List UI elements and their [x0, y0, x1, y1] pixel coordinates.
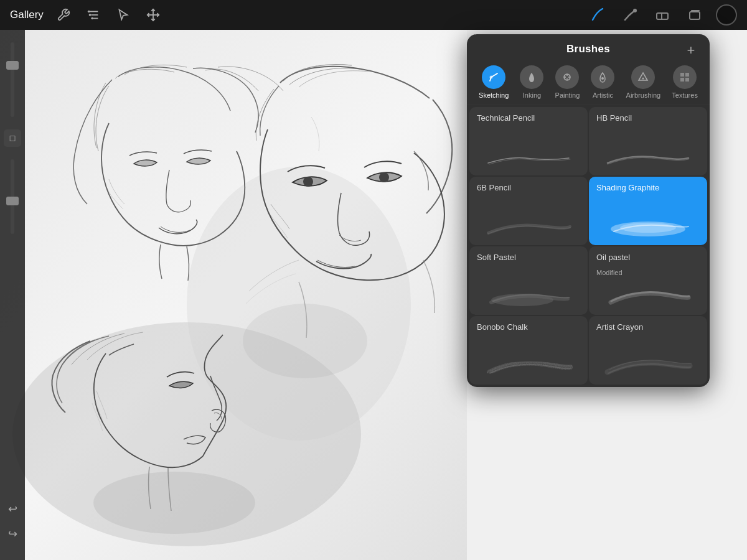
smudge-icon[interactable]	[619, 4, 641, 26]
stroke-soft-pastel	[477, 284, 580, 309]
stroke-artist-crayon	[596, 353, 700, 378]
add-brush-button[interactable]: +	[682, 42, 700, 59]
gallery-button[interactable]: Gallery	[10, 9, 44, 21]
tab-artistic[interactable]: Artistic	[587, 63, 618, 101]
stroke-hb-pencil	[596, 144, 700, 169]
inking-icon	[520, 65, 543, 89]
svg-point-21	[601, 77, 604, 80]
opacity-thumb[interactable]	[6, 197, 19, 205]
stroke-6b-pencil	[477, 214, 580, 239]
toolbar-right	[586, 4, 737, 26]
sketch-background	[0, 30, 467, 560]
tab-sketching[interactable]: Sketching	[475, 63, 512, 101]
sketching-icon	[482, 65, 505, 89]
brushes-panel: Brushes + Sketching Inking	[467, 34, 710, 387]
brushes-title: Brushes	[566, 43, 610, 55]
square-tool-btn[interactable]: □	[4, 129, 21, 147]
sketch-illustration	[0, 30, 467, 560]
brush-oil-pastel[interactable]: Oil pastel Modified	[589, 246, 707, 315]
artistic-label: Artistic	[593, 91, 613, 99]
svg-point-3	[88, 11, 90, 13]
artistic-icon	[591, 65, 614, 89]
eraser-icon[interactable]	[651, 4, 674, 26]
svg-point-5	[91, 17, 93, 20]
brush-6b-pencil[interactable]: 6B Pencil	[469, 177, 588, 245]
opacity-slider[interactable]	[11, 159, 14, 234]
brush-size-slider[interactable]	[11, 42, 14, 117]
color-picker[interactable]	[716, 4, 737, 26]
svg-point-14	[187, 167, 411, 441]
toolbar: Gallery	[0, 0, 747, 30]
stroke-shading-graphite	[596, 214, 700, 239]
sketching-label: Sketching	[479, 91, 509, 99]
brush-soft-pastel[interactable]: Soft Pastel	[469, 246, 588, 315]
stroke-technical-pencil	[477, 144, 580, 169]
brush-bonobo-chalk[interactable]: Bonobo Chalk	[469, 316, 588, 385]
brush-size-thumb[interactable]	[6, 61, 19, 70]
svg-rect-25	[685, 73, 689, 77]
brush-hb-pencil[interactable]: HB Pencil	[589, 107, 707, 175]
svg-point-15	[303, 177, 313, 187]
brush-grid: Technical Pencil HB Pencil 6B Pencil	[467, 105, 710, 387]
redo-button[interactable]: ↪	[4, 525, 21, 543]
svg-rect-11	[690, 12, 700, 19]
tab-airbrushing[interactable]: Airbrushing	[622, 63, 665, 101]
svg-rect-26	[680, 78, 684, 82]
inking-label: Inking	[523, 91, 541, 99]
stroke-bonobo-chalk	[477, 353, 580, 378]
brush-artist-crayon[interactable]: Artist Crayon	[589, 316, 707, 385]
brush-technical-pencil[interactable]: Technical Pencil	[469, 107, 588, 175]
textures-icon	[673, 65, 697, 89]
category-tabs: Sketching Inking Painting	[467, 59, 710, 105]
svg-point-19	[490, 76, 493, 79]
svg-point-4	[89, 14, 92, 16]
tab-painting[interactable]: Painting	[552, 63, 584, 101]
painting-label: Painting	[555, 91, 580, 99]
svg-point-8	[633, 9, 637, 12]
painting-icon	[555, 65, 579, 89]
svg-point-23	[642, 78, 644, 80]
layers-icon[interactable]	[684, 4, 706, 26]
svg-rect-27	[685, 78, 689, 82]
brush-shading-graphite[interactable]: Shading Graphite	[589, 177, 707, 245]
toolbar-left: Gallery	[10, 5, 163, 25]
svg-point-18	[243, 304, 367, 378]
brush-active-icon[interactable]	[586, 4, 609, 26]
airbrushing-label: Airbrushing	[626, 91, 661, 99]
stroke-oil-pastel	[596, 284, 700, 309]
tab-inking[interactable]: Inking	[516, 63, 547, 101]
left-panel: □ ↩ ↪	[0, 30, 25, 560]
tab-textures[interactable]: Textures	[668, 63, 702, 101]
textures-label: Textures	[672, 91, 698, 99]
transform-icon[interactable]	[143, 5, 163, 25]
svg-rect-24	[680, 73, 684, 77]
adjustments-icon[interactable]	[83, 5, 103, 25]
brushes-header: Brushes +	[467, 34, 710, 59]
svg-rect-12	[691, 10, 700, 11]
airbrushing-icon	[631, 65, 655, 89]
wrench-icon[interactable]	[54, 5, 73, 25]
undo-button[interactable]: ↩	[4, 500, 21, 518]
selection-icon[interactable]	[113, 5, 133, 25]
svg-point-16	[379, 172, 389, 182]
svg-point-17	[93, 472, 255, 534]
